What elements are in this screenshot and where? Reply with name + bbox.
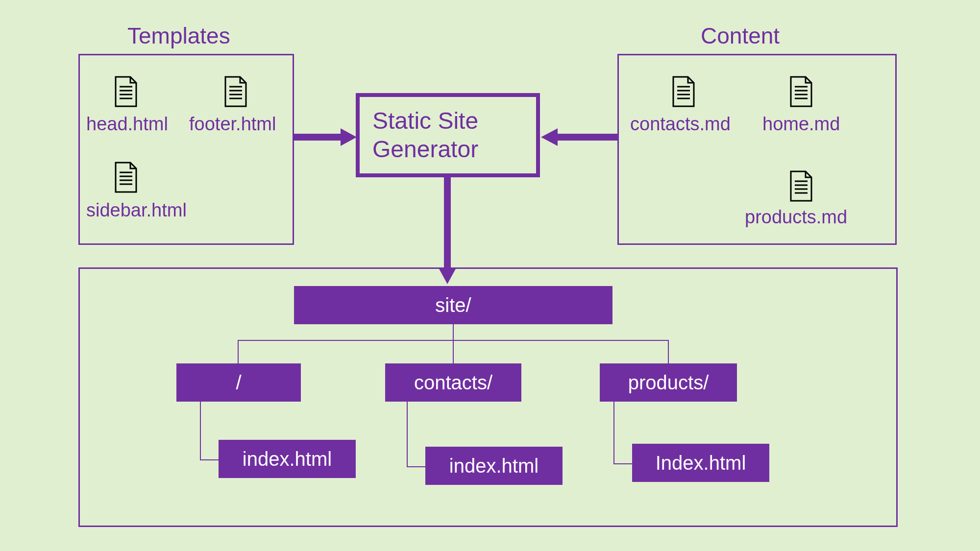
file-icon: [789, 170, 813, 202]
generator-line2: Generator: [372, 135, 536, 164]
tree-dir: products/: [600, 363, 737, 402]
content-file-label: products.md: [745, 207, 847, 228]
content-file-label: home.md: [762, 114, 840, 135]
generator-line1: Static Site: [372, 107, 536, 135]
template-file-label: footer.html: [189, 114, 276, 135]
content-file-label: contacts.md: [630, 114, 731, 135]
tree-connector: [200, 402, 201, 460]
content-heading: Content: [701, 23, 780, 49]
file-icon: [114, 162, 138, 193]
svg-marker-25: [341, 128, 357, 146]
tree-file: Index.html: [632, 444, 769, 482]
tree-connector: [200, 459, 220, 460]
tree-connector: [453, 324, 454, 340]
file-icon: [789, 76, 813, 107]
tree-connector: [613, 402, 614, 464]
tree-connector: [407, 466, 426, 467]
arrow-right-icon: [294, 127, 358, 147]
tree-connector: [668, 340, 669, 363]
tree-dir: /: [176, 363, 301, 402]
tree-root: site/: [294, 286, 612, 324]
tree-dir: contacts/: [385, 363, 521, 402]
tree-connector: [453, 340, 454, 363]
tree-connector: [407, 402, 408, 467]
template-file-label: sidebar.html: [86, 200, 187, 221]
templates-heading: Templates: [127, 23, 230, 49]
tree-connector: [238, 340, 239, 363]
generator-box: Static Site Generator: [356, 93, 540, 177]
tree-connector: [613, 463, 633, 464]
arrow-left-icon: [539, 127, 617, 147]
file-icon: [114, 76, 138, 107]
tree-file: index.html: [219, 440, 356, 478]
file-icon: [223, 76, 248, 107]
tree-file: index.html: [425, 447, 563, 485]
file-icon: [671, 76, 696, 107]
template-file-label: head.html: [86, 114, 168, 135]
svg-marker-27: [541, 128, 558, 146]
